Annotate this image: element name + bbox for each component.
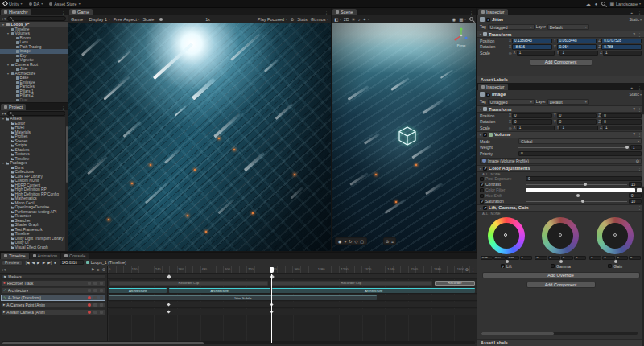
transport-button[interactable]: ● [53, 261, 57, 265]
component-checkbox[interactable] [483, 133, 487, 137]
rotation-z-field[interactable]: 0 [601, 119, 642, 125]
color-filter-swatch[interactable] [526, 188, 635, 192]
lift-z-field[interactable]: 1.00 [506, 256, 518, 260]
tag-dropdown[interactable]: Untagged▾ [488, 24, 535, 30]
track-header-main-camera[interactable]: ▸ A-Main Camera (Anim [1, 309, 105, 315]
gamma-z-field[interactable]: 0 [561, 256, 573, 260]
static-dropdown[interactable]: Static▾ [629, 17, 642, 22]
override-checkbox[interactable] [480, 188, 484, 192]
lift-checkbox[interactable] [501, 264, 505, 268]
tab-scene[interactable]: Scene [332, 9, 357, 15]
scale-y-field[interactable]: 1 [559, 51, 598, 56]
track-options-button[interactable] [100, 289, 104, 293]
search-icon[interactable] [601, 2, 605, 6]
add-component-button[interactable]: Add Component [526, 282, 596, 288]
recorder-clip[interactable]: Recorder [435, 281, 475, 286]
hue-shift-field[interactable]: 0 [629, 193, 642, 199]
scale-tool-icon[interactable]: ◇ [355, 239, 358, 244]
contrast-field[interactable]: 15 [629, 182, 642, 187]
position-x-field[interactable]: 0 [512, 113, 552, 119]
foldout-arrow[interactable]: ▾ [480, 206, 481, 210]
lock-icon[interactable]: ● [628, 10, 635, 15]
weight-field[interactable]: 1 [630, 145, 642, 150]
lift-w-slider[interactable] [483, 262, 530, 262]
play-focused-dropdown[interactable]: Play Focused▾ [258, 17, 287, 22]
overlay-menu-icon[interactable]: ≡ [391, 239, 394, 244]
rotation-y-field[interactable]: 0.064 [557, 44, 597, 50]
add-component-button[interactable]: Add Component [530, 59, 592, 66]
all-button[interactable]: ALL [482, 172, 488, 176]
none-button[interactable]: NONE [490, 212, 500, 216]
markers-track-header[interactable]: ⚑ Markers [1, 274, 105, 279]
frame-field[interactable]: 145.6316 [60, 260, 84, 266]
rotation-z-field[interactable]: 0.788 [601, 44, 642, 50]
help-icon[interactable]: ? [633, 107, 635, 112]
marker-toggle-icon[interactable]: ⚑ [91, 267, 94, 272]
gain-w-field[interactable]: 0 [629, 256, 641, 260]
activation-clip[interactable]: Architecture [272, 288, 475, 293]
transport-button[interactable]: ◀ [31, 261, 36, 265]
gamma-trackball[interactable] [542, 217, 579, 254]
hue-shift-slider[interactable] [526, 196, 627, 196]
hierarchy-search-input[interactable] [7, 16, 66, 21]
activation-clip[interactable]: Architecture [109, 288, 167, 293]
scale-slider[interactable] [157, 19, 202, 19]
layout-dropdown[interactable]: ▦ Landscape ▾ [609, 2, 641, 6]
visibility-icon[interactable]: ◉ [452, 17, 456, 22]
scale-x-field[interactable]: 1 [517, 51, 555, 56]
position-x-field[interactable]: 0.1389843 [512, 39, 552, 44]
preview-toggle[interactable]: Preview [2, 260, 23, 266]
pivot-icon[interactable]: ⊙ [386, 239, 389, 244]
shading-mode-dropdown[interactable]: ◧▾ [334, 17, 341, 22]
kebab-menu-icon[interactable]: ⋮ [322, 10, 331, 15]
timeline-ruler[interactable]: 0120240360480600720840960108012001320144… [108, 266, 477, 274]
override-checkbox[interactable] [480, 183, 484, 187]
track-options-button[interactable] [100, 282, 104, 286]
expand-arrow[interactable]: ▾ [2, 23, 5, 27]
foldout-arrow[interactable]: ▾ [480, 167, 481, 171]
position-z-field[interactable]: 0.0707528 [601, 39, 642, 44]
recorder-clip[interactable]: Recorder Clip [109, 281, 268, 286]
rect-tool-icon[interactable]: ▢ [360, 239, 364, 244]
saturation-field[interactable]: 10 [629, 199, 642, 204]
track-options-button[interactable] [100, 296, 104, 300]
architecture-lane[interactable]: ArchitectureArchitectureArchitecture [108, 287, 477, 294]
saturation-slider[interactable] [526, 201, 627, 202]
link-scale-icon[interactable]: ∞ [509, 126, 512, 130]
position-z-field[interactable]: 0 [601, 113, 642, 119]
tab-inspector[interactable]: Inspector [478, 9, 508, 15]
scene-viewport[interactable]: Persp ◉ + ↻ ◇ ▢ ⊙ ≡ [332, 23, 476, 251]
gameobject-name[interactable]: Image [492, 92, 506, 97]
gain-trackball[interactable] [597, 217, 634, 254]
2d-toggle[interactable]: 2D [344, 17, 349, 22]
animation-clip[interactable]: Jitter Subtle [109, 295, 377, 300]
move-tool-icon[interactable]: + [344, 239, 346, 244]
tab-game[interactable]: Game [69, 9, 93, 15]
link-scale-icon[interactable]: ∞ [509, 51, 512, 56]
settings-gear-icon[interactable]: ⚙ [102, 267, 105, 272]
lock-icon[interactable]: ● [628, 85, 635, 90]
lift-trackball[interactable] [488, 217, 525, 254]
track-lock-button[interactable] [93, 311, 97, 315]
override-checkbox[interactable] [483, 167, 487, 171]
search-icon[interactable] [469, 17, 473, 21]
track-header-jitter[interactable]: ∿ A-Jitter (Transform) [1, 295, 105, 301]
tag-dropdown[interactable]: Untagged▾ [488, 99, 535, 105]
rotation-x-field[interactable]: 0 [512, 119, 552, 125]
post-exposure-field[interactable]: 0 [526, 176, 642, 182]
inspector-hscrollbar[interactable] [481, 332, 638, 335]
help-icon[interactable]: ? [633, 32, 635, 37]
lift-gamma-gain-header[interactable]: ▾ Lift, Gamma, Gain ⋮ [477, 204, 644, 212]
gamma-x-field[interactable]: 0 [535, 256, 547, 260]
keyframe-diamond[interactable] [167, 303, 171, 306]
override-checkbox[interactable] [480, 177, 484, 181]
expand-arrow[interactable]: ▾ [6, 63, 10, 67]
track-options-button[interactable] [100, 311, 104, 315]
add-gameobject-button[interactable]: +▾ [2, 16, 6, 21]
timeline-marker[interactable] [167, 274, 171, 279]
track-lock-button[interactable] [93, 282, 97, 286]
orientation-gizmo[interactable]: Persp [452, 27, 471, 47]
tab-animation[interactable]: Animation [30, 253, 60, 259]
gamma-y-field[interactable]: 0 [548, 256, 560, 260]
tab-inspector[interactable]: Inspector [478, 84, 508, 90]
